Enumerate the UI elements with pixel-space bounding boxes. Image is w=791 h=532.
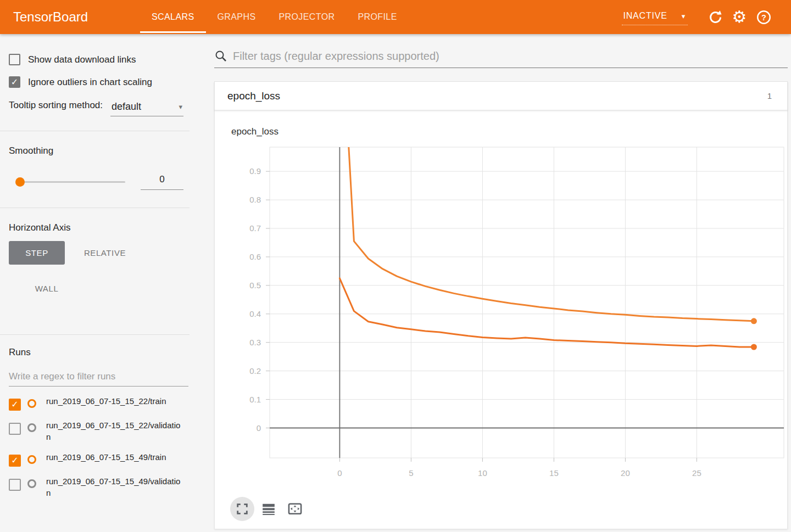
axis-wall-button[interactable]: WALL	[19, 277, 75, 300]
show-download-links-checkbox-row[interactable]: ✓ Show data download links	[9, 54, 190, 65]
check-icon: ✓	[11, 400, 18, 409]
settings-sidebar: ✓ Show data download links ✓ Ignore outl…	[0, 34, 190, 532]
status-dropdown[interactable]: INACTIVE ▾	[622, 9, 688, 25]
y-tick-label: 0.3	[249, 338, 261, 347]
tag-group-header[interactable]: epoch_loss 1	[214, 81, 788, 110]
x-tick-label: 5	[409, 468, 413, 478]
topbar-actions: INACTIVE ▾ ⚙ ?	[622, 0, 776, 34]
check-icon: ✓	[11, 78, 18, 87]
tab-graphs[interactable]: GRAPHS	[206, 0, 268, 34]
tooltip-sorting-dropdown[interactable]: default ▾	[110, 100, 183, 116]
run-name: run_2019_06_07-15_15_22/validation	[46, 419, 183, 443]
status-value: INACTIVE	[623, 11, 667, 21]
fit-domain-button[interactable]	[283, 497, 307, 521]
smoothing-value[interactable]: 0	[141, 174, 183, 190]
plot-area	[270, 147, 784, 458]
run-checkbox[interactable]: ✓	[9, 455, 21, 467]
y-tick-label: 0.7	[249, 223, 261, 233]
tab-projector[interactable]: PROJECTOR	[267, 0, 346, 34]
tab-scalars[interactable]: SCALARS	[140, 0, 206, 34]
smoothing-label: Smoothing	[9, 145, 190, 156]
help-icon: ?	[756, 10, 771, 25]
button-label: RELATIVE	[84, 248, 126, 257]
run-color-circle[interactable]	[27, 399, 36, 408]
run-color-circle[interactable]	[27, 455, 36, 464]
search-icon	[214, 49, 227, 63]
tag-group-count: 1	[767, 91, 772, 100]
tab-label: PROFILE	[358, 12, 397, 22]
check-icon: ✓	[11, 456, 18, 465]
runs-filter-input[interactable]	[9, 371, 182, 382]
gear-icon: ⚙	[732, 9, 747, 25]
expand-chart-button[interactable]	[230, 497, 254, 521]
run-item: ✓ run_2019_06_07-15_15_49/validation	[9, 475, 190, 499]
y-tick-label: 0	[257, 423, 261, 433]
log-scale-button[interactable]	[257, 497, 281, 521]
fit-to-data-icon	[287, 501, 303, 517]
chevron-down-icon: ▾	[682, 12, 686, 20]
y-tick-label: 0.6	[249, 252, 261, 261]
checkbox-label: Show data download links	[28, 54, 136, 65]
y-tick-label: 0.8	[249, 195, 261, 204]
button-label: STEP	[25, 248, 48, 257]
tab-label: PROJECTOR	[278, 12, 335, 22]
tooltip-sorting-label: Tooltip sorting method:	[9, 99, 110, 116]
y-tick-label: 0.1	[249, 395, 261, 404]
x-tick-label: 15	[549, 468, 559, 478]
help-button[interactable]: ?	[751, 5, 776, 29]
checkbox[interactable]: ✓	[9, 54, 20, 65]
run-color-circle[interactable]	[27, 479, 36, 488]
run-name: run_2019_06_07-15_15_49/train	[46, 451, 183, 463]
horizontal-axis-label: Horizontal Axis	[9, 222, 190, 233]
y-tick-label: 0.4	[249, 309, 261, 318]
x-tick-label: 20	[621, 468, 630, 478]
runs-label: Runs	[9, 347, 190, 358]
main-content: epoch_loss 1 epoch_loss 00.10.20.30.40.5…	[214, 34, 788, 532]
chart-toolbar	[230, 497, 787, 521]
run-item: ✓ run_2019_06_07-15_15_22/validation	[9, 419, 190, 443]
checkbox[interactable]: ✓	[9, 76, 20, 88]
x-tick-label: 0	[337, 468, 342, 478]
run-item: ✓ run_2019_06_07-15_15_49/train	[9, 451, 190, 467]
x-tick-label: 25	[692, 468, 701, 478]
ignore-outliers-checkbox-row[interactable]: ✓ Ignore outliers in chart scaling	[9, 76, 190, 88]
refresh-icon	[708, 10, 723, 25]
run-checkbox[interactable]: ✓	[9, 423, 21, 435]
tag-group-title: epoch_loss	[227, 90, 280, 102]
run-name: run_2019_06_07-15_15_22/train	[46, 395, 183, 407]
tab-label: GRAPHS	[218, 12, 256, 22]
app-title: TensorBoard	[13, 9, 109, 25]
tag-filter-input[interactable]	[233, 50, 760, 63]
button-label: WALL	[35, 284, 59, 293]
chevron-down-icon: ▾	[179, 103, 182, 111]
y-tick-label: 0.2	[249, 366, 261, 376]
run-item: ✓ run_2019_06_07-15_15_22/train	[9, 395, 190, 411]
chart-card: epoch_loss 00.10.20.30.40.50.60.70.80.90…	[214, 110, 788, 529]
x-tick-label: 10	[478, 468, 487, 478]
run-checkbox[interactable]: ✓	[9, 479, 21, 491]
tab-profile[interactable]: PROFILE	[346, 0, 408, 34]
settings-button[interactable]: ⚙	[727, 5, 751, 29]
y-tick-label: 0.9	[249, 166, 261, 176]
y-tick-label: 0.5	[249, 281, 261, 290]
series-endpoint-1[interactable]	[751, 344, 757, 350]
run-checkbox[interactable]: ✓	[9, 399, 21, 411]
refresh-button[interactable]	[703, 5, 727, 29]
loss-chart[interactable]: 00.10.20.30.40.50.60.70.80.90510152025	[215, 141, 787, 495]
svg-text:?: ?	[761, 13, 766, 21]
checkbox-label: Ignore outliers in chart scaling	[28, 77, 152, 88]
run-color-circle[interactable]	[27, 423, 36, 432]
log-scale-icon	[261, 502, 276, 516]
axis-relative-button[interactable]: RELATIVE	[77, 241, 133, 265]
chart-title: epoch_loss	[231, 126, 787, 137]
fullscreen-icon	[235, 502, 249, 516]
axis-step-button[interactable]: STEP	[9, 241, 65, 265]
run-list: ✓ run_2019_06_07-15_15_22/train ✓ run_20…	[9, 395, 190, 499]
top-bar: TensorBoard SCALARS GRAPHS PROJECTOR PRO…	[0, 0, 791, 34]
dropdown-value: default	[112, 101, 141, 113]
series-endpoint-0[interactable]	[751, 318, 757, 324]
tab-label: SCALARS	[152, 12, 194, 22]
slider-thumb[interactable]	[15, 177, 25, 187]
main-tabs: SCALARS GRAPHS PROJECTOR PROFILE	[140, 0, 409, 34]
smoothing-slider[interactable]	[16, 181, 125, 183]
